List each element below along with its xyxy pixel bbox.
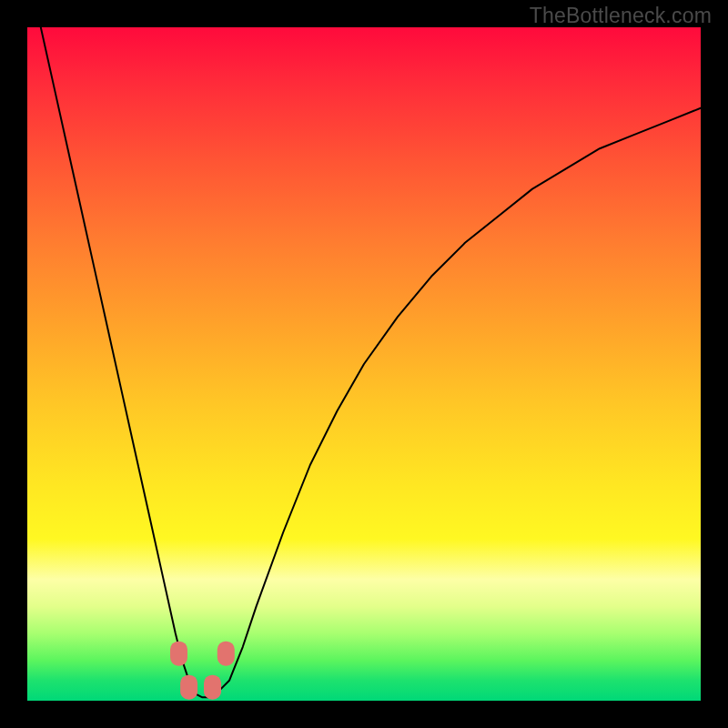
marker-right-lower [204, 675, 221, 700]
marker-left-lower [180, 675, 197, 700]
bottleneck-curve [41, 27, 701, 697]
chart-svg [27, 27, 701, 701]
marker-left-upper [170, 642, 187, 666]
marker-right-upper [217, 642, 235, 666]
marker-group [170, 642, 235, 700]
chart-frame: TheBottleneck.com [0, 0, 728, 728]
watermark-text: TheBottleneck.com [530, 4, 712, 28]
plot-area [27, 27, 701, 701]
